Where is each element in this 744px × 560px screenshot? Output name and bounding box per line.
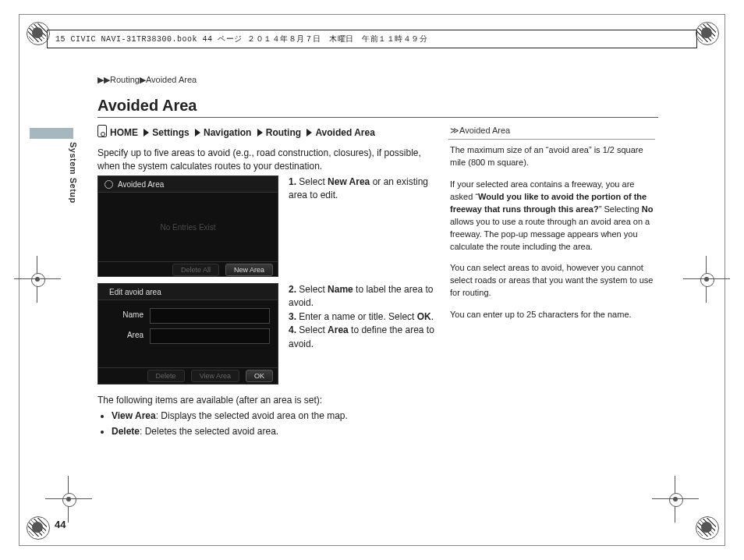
nav-segment: Avoided Area [315,127,374,138]
triangle-icon: ▶ [140,75,146,84]
intro-paragraph: Specify up to five areas to avoid (e.g.,… [97,147,425,174]
step-list: 2. Select Name to label the area to avoi… [289,283,437,351]
screenshot-titlebar: Avoided Area [98,176,278,193]
crosshair-mark-icon [683,256,730,303]
step-item: 2. Select Name to label the area to avoi… [289,283,437,310]
available-item: View Area: Displays the selected avoid a… [112,409,425,423]
info-paragraph: If your selected area contains a freeway… [450,179,654,253]
step-item: 4. Select Area to define the area to avo… [289,324,437,351]
delete-button[interactable]: Delete [147,370,185,382]
ok-button[interactable]: OK [246,370,273,382]
crosshair-mark-icon [14,256,61,303]
breadcrumb-item: Avoided Area [146,75,197,84]
area-field[interactable] [150,328,270,344]
breadcrumb-item: Routing [110,75,140,84]
nav-segment: HOME [110,127,138,138]
available-items: The following items are available (after… [97,393,425,440]
side-tab [30,128,73,139]
field-label: Name [106,308,150,324]
nav-segment: Navigation [204,127,251,138]
screenshot-edit-avoid-area: Edit avoid area Name Area Delete View Ar… [97,283,278,385]
gear-icon [105,180,113,189]
delete-all-button[interactable]: Delete All [172,264,219,276]
step-item: 1. Select New Area or an existing area t… [289,175,437,203]
info-paragraph: You can select areas to avoid, however y… [450,262,654,299]
info-panel: ≫Avoided Area The maximum size of an “av… [448,123,655,331]
breadcrumb: ▶▶Routing▶Avoided Area [97,75,197,85]
title-rule [97,117,658,118]
triangle-icon: ▶▶ [97,75,110,84]
screenshot-title: Avoided Area [118,180,164,189]
header-book-info: 15 CIVIC NAVI-31TR38300.book 44 ページ ２０１４… [47,30,697,48]
triangle-icon [143,129,149,136]
triangle-icon [306,129,312,136]
form-row-area: Area [106,328,270,344]
step-item: 3. Enter a name or title. Select OK. [289,310,437,324]
screenshot-title: Edit avoid area [109,288,161,296]
page-title: Avoided Area [97,97,197,115]
available-item: Delete: Deletes the selected avoid area. [112,424,425,438]
info-paragraph: The maximum size of an “avoid area” is 1… [450,144,654,169]
step-list: 1. Select New Area or an existing area t… [289,175,437,203]
info-heading: ≫Avoided Area [448,123,655,140]
triangle-icon [195,129,200,136]
crosshair-mark-icon [45,476,92,523]
new-area-button[interactable]: New Area [225,264,273,276]
device-icon [97,125,107,137]
nav-segment: Routing [266,127,301,138]
info-paragraph: You can enter up to 25 characters for th… [450,309,654,321]
available-items-lead: The following items are available (after… [97,393,425,407]
view-area-button[interactable]: View Area [191,370,239,382]
screenshot-titlebar: Edit avoid area [98,284,278,300]
crosshair-mark-icon [652,476,699,523]
double-chevron-icon: ≫ [450,126,458,135]
navigation-path: HOME Settings Navigation Routing Avoided… [97,125,375,138]
form-row-name: Name [106,308,270,324]
nav-segment: Settings [152,127,189,138]
triangle-icon [257,129,263,136]
screenshot-avoided-area-list: Avoided Area No Entries Exist Delete All… [97,175,278,277]
field-label: Area [106,328,150,344]
side-section-label: System Setup [69,142,78,204]
name-field[interactable] [150,308,270,324]
empty-list-label: No Entries Exist [160,223,215,232]
page-number: 44 [55,519,66,530]
